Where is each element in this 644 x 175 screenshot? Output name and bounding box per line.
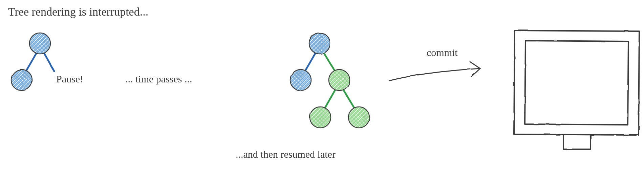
svg-line-11 <box>43 51 54 71</box>
tree-right-grandchild-left-node <box>310 107 331 128</box>
tree-left <box>11 33 54 91</box>
tree-left-root-node <box>29 33 50 54</box>
commit-arrow-icon <box>389 62 480 81</box>
tree-right-left-node <box>290 70 311 91</box>
tree-right <box>290 33 369 128</box>
tree-right-grandchild-right-node <box>348 107 369 128</box>
diagram-svg <box>0 0 644 175</box>
tree-right-root-node <box>309 33 330 54</box>
monitor-icon <box>514 31 639 149</box>
tree-right-right-node <box>329 70 350 91</box>
tree-left-child-node <box>11 70 32 91</box>
